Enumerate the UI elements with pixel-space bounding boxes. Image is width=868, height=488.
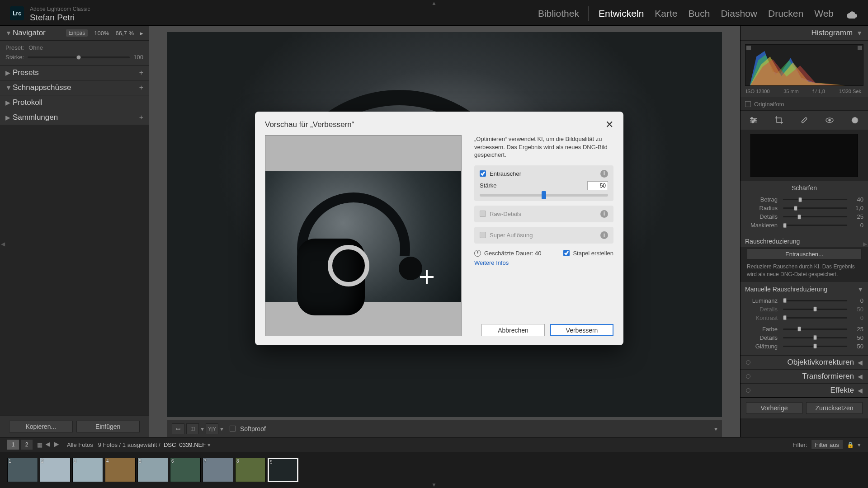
sharpen-detail-slider[interactable] [783,216,847,217]
tab-web[interactable]: Web [813,6,835,21]
preset-value[interactable]: Ohne [28,44,43,51]
add-preset-icon[interactable]: + [139,69,143,77]
enhance-preview-image[interactable] [265,135,462,336]
filmstrip-thumb[interactable]: 2 [40,458,71,482]
tab-map[interactable]: Karte [654,6,678,21]
smoothness-value[interactable]: 50 [850,343,863,350]
view-chevron-icon[interactable]: ▾ [201,425,204,432]
tab-develop[interactable]: Entwickeln [598,6,645,21]
original-checkbox[interactable] [745,101,751,107]
sharpen-amount-slider[interactable] [783,199,847,200]
histogram[interactable] [745,44,863,86]
collapse-right-icon[interactable]: ▶ [863,241,867,247]
filter-chevron-icon[interactable]: ▾ [858,441,861,448]
redeye-icon[interactable] [825,115,835,125]
collapse-bottom-icon[interactable]: ▼ [431,482,437,488]
effects-header[interactable]: Effekte◀ [741,383,868,397]
sharpen-radius-value[interactable]: 1,0 [850,205,863,211]
color-detail-slider[interactable] [783,337,847,338]
panel-toggle-icon[interactable] [746,388,750,393]
filter-select[interactable]: Filter aus [811,440,843,450]
create-stack-checkbox[interactable] [563,250,570,256]
filmstrip-thumb[interactable]: 5 [137,458,168,482]
monitor-1-tab[interactable]: 1 [7,440,19,450]
filter-lock-icon[interactable]: 🔒 [847,441,854,448]
sharpen-radius-slider[interactable] [783,207,847,209]
collections-header[interactable]: ▶ Sammlungen + [0,110,149,125]
crop-icon[interactable] [774,115,784,125]
filmstrip-thumb[interactable]: 7 [203,458,233,482]
view-compare-button[interactable]: ◫ [186,423,199,434]
toolbar-chevron-icon[interactable]: ▾ [714,425,717,432]
smoothness-slider[interactable] [783,346,847,347]
histogram-header[interactable]: Histogramm ▼ [741,26,868,41]
history-header[interactable]: ▶ Protokoll [0,95,149,110]
transform-header[interactable]: Transformieren◀ [741,369,868,383]
amount-slider[interactable] [28,56,130,58]
super-resolution-checkbox[interactable] [480,232,486,238]
info-icon[interactable]: i [600,231,608,239]
snapshots-header[interactable]: ▼ Schnappschüsse + [0,80,149,95]
amount-slider[interactable] [480,194,608,197]
view-beforeafter-button[interactable]: Y|Y [206,423,218,434]
lum-detail-slider[interactable] [783,309,847,310]
close-icon[interactable]: ✕ [605,120,613,130]
filmstrip-thumb[interactable]: 8 [235,458,266,482]
filmstrip-thumb[interactable]: 9 [268,458,298,482]
sharpen-amount-value[interactable]: 40 [850,196,863,203]
zoom-fit[interactable]: Einpas [66,29,88,37]
cancel-button[interactable]: Abbrechen [481,324,545,336]
manual-noise-title[interactable]: Manuelle Rauschreduzierung▼ [741,282,868,295]
zoom-100[interactable]: 100% [94,30,109,37]
cloud-icon[interactable] [846,9,858,21]
color-slider[interactable] [783,328,847,330]
presets-header[interactable]: ▶ Presets + [0,66,149,80]
detail-preview[interactable] [750,134,858,177]
previous-button[interactable]: Vorherige [746,402,802,414]
lens-corrections-header[interactable]: Objektivkorrekturen◀ [741,355,868,369]
grid-icon[interactable]: ▦ [37,441,42,448]
lum-contrast-slider[interactable] [783,317,847,319]
add-snapshot-icon[interactable]: + [139,84,143,92]
tab-library[interactable]: Bibliothek [537,6,589,21]
sharpen-detail-value[interactable]: 25 [850,213,863,220]
denoise-button[interactable]: Entrauschen... [747,249,862,259]
info-icon[interactable]: i [600,170,608,178]
lum-detail-value[interactable]: 50 [850,306,863,313]
filmstrip-thumb[interactable]: 3 [72,458,103,482]
softproof-checkbox[interactable] [230,426,236,432]
mask-icon[interactable] [850,115,860,125]
copy-button[interactable]: Kopieren... [9,421,73,432]
tab-book[interactable]: Buch [688,6,711,21]
heal-icon[interactable] [799,115,809,125]
panel-toggle-icon[interactable] [746,374,750,379]
enhance-button[interactable]: Verbessern [550,324,613,336]
color-detail-value[interactable]: 50 [850,334,863,341]
monitor-2-tab[interactable]: 2 [21,440,33,450]
tab-print[interactable]: Drucken [767,6,804,21]
filmstrip-thumb[interactable]: 1 [7,458,38,482]
filename-chevron-icon[interactable]: ▾ [208,441,211,448]
filmstrip-thumb[interactable]: 4 [105,458,136,482]
tab-slideshow[interactable]: Diashow [720,6,758,21]
edit-icon[interactable] [749,115,759,125]
paste-button[interactable]: Einfügen [76,421,140,432]
raw-details-checkbox[interactable] [480,211,486,217]
original-row[interactable]: Originalfoto [741,98,868,111]
sharpen-mask-value[interactable]: 0 [850,222,863,229]
info-icon[interactable]: i [600,210,608,218]
zoom-667[interactable]: 66,7 % [116,30,134,37]
luminance-slider[interactable] [783,300,847,301]
view-loupe-button[interactable]: ▭ [172,423,184,434]
luminance-value[interactable]: 0 [850,297,863,304]
lum-contrast-value[interactable]: 0 [850,314,863,321]
panel-toggle-icon[interactable] [746,360,750,365]
reset-button[interactable]: Zurücksetzen [806,402,863,414]
ba-chevron-icon[interactable]: ▾ [220,425,223,432]
nav-fwd-icon[interactable]: ⯈ [54,441,60,448]
sharpen-mask-slider[interactable] [783,225,847,226]
source-label[interactable]: Alle Fotos [67,441,93,448]
denoise-checkbox[interactable] [480,170,486,177]
collapse-left-icon[interactable]: ◀ [1,241,5,247]
zoom-chevron-icon[interactable]: ▸ [140,30,143,37]
